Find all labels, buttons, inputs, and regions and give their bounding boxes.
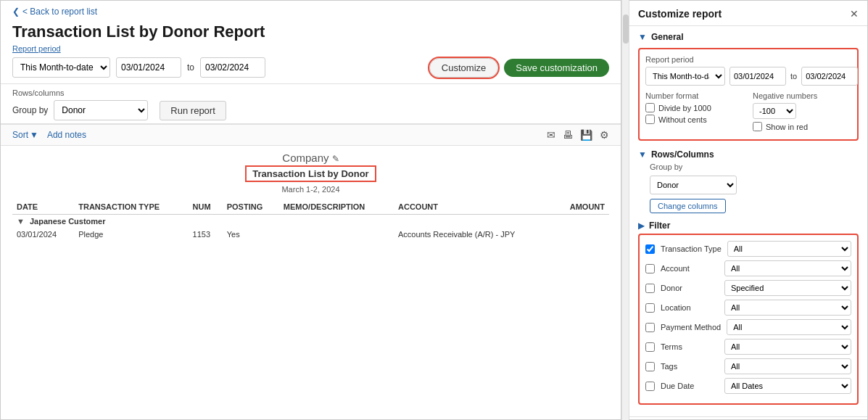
divide-by-1000-label: Divide by 1000 [658, 104, 711, 112]
period-from-input[interactable] [116, 57, 181, 78]
right-group-by-select[interactable]: Donor Account [650, 176, 737, 194]
right-period-from[interactable] [729, 67, 786, 86]
show-in-red-label: Show in red [766, 123, 808, 131]
filter-row-donor: Donor SpecifiedAll [645, 280, 851, 296]
filter-donor-select[interactable]: SpecifiedAll [724, 280, 851, 296]
sort-arrow-icon: ▼ [30, 130, 38, 140]
filter-due-date-label: Due Date [661, 382, 719, 390]
filter-payment-method-select[interactable]: All [727, 319, 851, 335]
scrollbar[interactable] [621, 0, 629, 420]
scroll-thumb[interactable] [623, 15, 629, 44]
filter-due-date-select[interactable]: All Dates [724, 378, 851, 394]
filter-row-payment-method: Payment Method All [645, 319, 851, 335]
filter-tags-select[interactable]: All [724, 358, 851, 374]
filter-payment-method-label: Payment Method [661, 323, 721, 332]
save-customization-button[interactable]: Save customization [504, 59, 609, 77]
cell-posting: Yes [223, 228, 279, 241]
to-label: to [187, 62, 194, 73]
col-amount: AMOUNT [553, 199, 609, 215]
report-table: DATE TRANSACTION TYPE NUM POSTING MEMO/D… [12, 199, 609, 241]
run-report-button[interactable]: Run report [160, 101, 226, 120]
filter-row-terms: Terms All [645, 339, 851, 355]
email-icon[interactable]: ✉ [547, 129, 555, 141]
filter-row-account: Account All [645, 260, 851, 276]
right-period-to[interactable] [801, 67, 858, 86]
group-by-label: Group by [12, 105, 48, 115]
filter-tags-label: Tags [661, 362, 719, 371]
period-to-input[interactable] [200, 57, 265, 78]
print-icon[interactable]: 🖶 [563, 129, 573, 141]
customize-panel: Customize report ✕ ▼ General Report peri… [629, 0, 868, 420]
filter-tags-checkbox[interactable] [645, 362, 655, 371]
filter-section-title: Filter [649, 221, 670, 231]
right-period-select[interactable]: This Month-to-date [645, 67, 725, 86]
filter-section: Transaction Type All Account All Donor S… [638, 234, 859, 405]
negative-numbers-label: Negative numbers [753, 91, 851, 100]
export-icon[interactable]: 💾 [580, 129, 592, 141]
rows-columns-toggle-icon: ▼ [638, 149, 647, 160]
cell-account: Accounts Receivable (A/R) - JPY [394, 228, 553, 241]
filter-terms-select[interactable]: All [724, 339, 851, 355]
add-notes-button[interactable]: Add notes [47, 130, 86, 140]
filter-location-checkbox[interactable] [645, 303, 655, 313]
col-num: NUM [189, 199, 223, 215]
show-in-red-checkbox[interactable] [753, 122, 762, 131]
back-link-text: < Back to report list [22, 7, 97, 17]
change-columns-button[interactable]: Change columns [650, 199, 726, 213]
without-cents-checkbox[interactable] [645, 115, 655, 124]
filter-location-select[interactable]: All [724, 300, 851, 316]
sort-button[interactable]: Sort ▼ [12, 130, 38, 140]
filter-toggle-icon: ▶ [638, 221, 645, 231]
cell-num: 1153 [189, 228, 223, 241]
rows-columns-section-title: Rows/Columns [651, 149, 714, 160]
close-icon[interactable]: ✕ [850, 8, 859, 20]
company-name: Company [282, 152, 328, 164]
number-format-label: Number format [645, 91, 744, 100]
settings-icon[interactable]: ⚙ [600, 129, 609, 141]
col-memo: MEMO/DESCRIPTION [279, 199, 394, 215]
group-expand-icon[interactable]: ▼ [17, 217, 25, 226]
right-group-by-label: Group by [650, 162, 859, 171]
col-transaction-type: TRANSACTION TYPE [74, 199, 188, 215]
general-section-header[interactable]: ▼ General [629, 26, 867, 45]
filter-transaction-type-checkbox[interactable] [645, 244, 655, 254]
without-cents-label: Without cents [658, 115, 707, 124]
report-content: Company ✎ Transaction List by Donor Marc… [1, 146, 621, 419]
customize-panel-title: Customize report [638, 8, 722, 20]
rows-columns-label: Rows/columns [12, 88, 609, 97]
group-by-select[interactable]: Donor Account Date [54, 100, 148, 120]
filter-due-date-checkbox[interactable] [645, 382, 655, 391]
back-arrow-icon: ❮ [12, 7, 20, 17]
edit-company-icon[interactable]: ✎ [332, 154, 339, 164]
filter-donor-label: Donor [661, 284, 719, 292]
filter-payment-method-checkbox[interactable] [645, 323, 655, 332]
col-date: DATE [12, 199, 74, 215]
back-link[interactable]: ❮ < Back to report list [1, 1, 621, 20]
filter-donor-checkbox[interactable] [645, 284, 655, 293]
filter-row-due-date: Due Date All Dates [645, 378, 851, 394]
filter-transaction-type-label: Transaction Type [661, 244, 722, 253]
filter-transaction-type-select[interactable]: All [727, 241, 851, 257]
period-select[interactable]: This Month-to-date [12, 57, 110, 78]
filter-terms-label: Terms [661, 342, 719, 351]
panel-footer: Run report [629, 416, 867, 420]
table-group-row: ▼ Japanese Customer [12, 215, 609, 228]
cell-memo [279, 228, 394, 241]
rows-columns-section-header[interactable]: ▼ Rows/Columns [638, 147, 859, 162]
table-row: 03/01/2024 Pledge 1153 Yes Accounts Rece… [12, 228, 609, 241]
filter-terms-checkbox[interactable] [645, 342, 655, 352]
filter-row-tags: Tags All [645, 358, 851, 374]
divide-by-1000-checkbox[interactable] [645, 103, 655, 112]
general-section-title: General [651, 32, 684, 42]
filter-account-select[interactable]: All [724, 260, 851, 276]
report-period-underline: Report period [12, 44, 609, 53]
filter-section-header[interactable]: ▶ Filter [638, 218, 859, 234]
filter-account-label: Account [661, 264, 719, 273]
filter-account-checkbox[interactable] [645, 264, 655, 273]
group-name: Japanese Customer [30, 217, 106, 226]
customize-button[interactable]: Customize [429, 58, 498, 78]
sort-label: Sort [12, 130, 28, 140]
right-to-label: to [790, 72, 797, 81]
negative-select[interactable]: -100 (100) [753, 103, 796, 119]
report-date-range: March 1-2, 2024 [12, 185, 609, 194]
